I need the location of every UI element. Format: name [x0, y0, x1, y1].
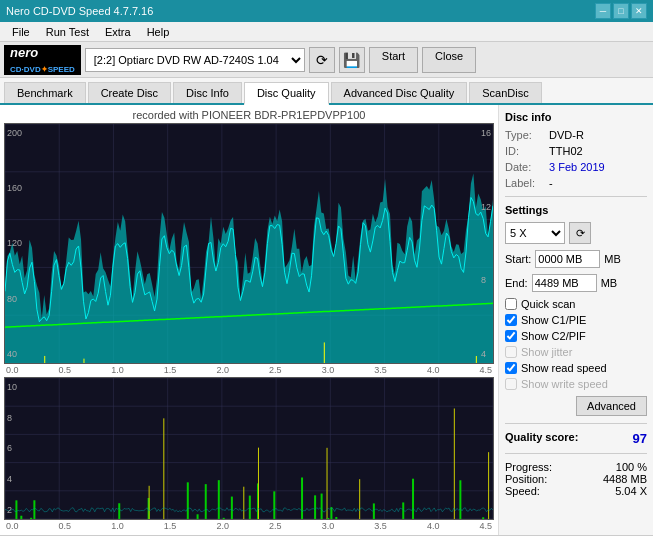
disc-info-title: Disc info: [505, 111, 647, 123]
titlebar-title: Nero CD-DVD Speed 4.7.7.16: [6, 5, 153, 17]
lower-chart-canvas: [5, 378, 493, 519]
show-jitter-label: Show jitter: [521, 346, 572, 358]
settings-title: Settings: [505, 204, 647, 216]
divider-1: [505, 196, 647, 197]
titlebar: Nero CD-DVD Speed 4.7.7.16 ─ □ ✕: [0, 0, 653, 22]
toolbar: nero CD·DVD✦SPEED [2:2] Optiarc DVD RW A…: [0, 42, 653, 78]
progress-value: 100 %: [616, 461, 647, 473]
disc-type-row: Type: DVD-R: [505, 129, 647, 141]
quick-scan-label: Quick scan: [521, 298, 575, 310]
progress-row: Progress: 100 %: [505, 461, 647, 473]
show-c1-checkbox[interactable]: [505, 314, 517, 326]
minimize-button[interactable]: ─: [595, 3, 611, 19]
tabs: Benchmark Create Disc Disc Info Disc Qua…: [0, 78, 653, 105]
advanced-button[interactable]: Advanced: [576, 396, 647, 416]
speed-value: 5.04 X: [615, 485, 647, 497]
show-jitter-row: Show jitter: [505, 346, 647, 358]
save-icon[interactable]: 💾: [339, 47, 365, 73]
speed-refresh-icon[interactable]: ⟳: [569, 222, 591, 244]
start-button[interactable]: Start: [369, 47, 418, 73]
position-label: Position:: [505, 473, 547, 485]
menubar: File Run Test Extra Help: [0, 22, 653, 42]
id-value: TTH02: [549, 145, 583, 157]
menu-extra[interactable]: Extra: [97, 24, 139, 40]
speed-label: Speed:: [505, 485, 540, 497]
menu-file[interactable]: File: [4, 24, 38, 40]
show-write-speed-checkbox[interactable]: [505, 378, 517, 390]
end-label: End:: [505, 277, 528, 289]
progress-section: Progress: 100 % Position: 4488 MB Speed:…: [505, 461, 647, 497]
upper-x-labels: 0.00.51.01.52.02.53.03.54.04.5: [4, 365, 494, 375]
tab-create-disc[interactable]: Create Disc: [88, 82, 171, 103]
refresh-icon[interactable]: ⟳: [309, 47, 335, 73]
date-value: 3 Feb 2019: [549, 161, 605, 173]
quality-score-row: Quality score: 97: [505, 431, 647, 446]
show-c1-label: Show C1/PIE: [521, 314, 586, 326]
type-label: Type:: [505, 129, 545, 141]
divider-3: [505, 453, 647, 454]
tab-benchmark[interactable]: Benchmark: [4, 82, 86, 103]
show-c2-row: Show C2/PIF: [505, 330, 647, 342]
menu-help[interactable]: Help: [139, 24, 178, 40]
right-panel: Disc info Type: DVD-R ID: TTH02 Date: 3 …: [498, 105, 653, 535]
quality-score-label: Quality score:: [505, 431, 578, 446]
show-c2-checkbox[interactable]: [505, 330, 517, 342]
upper-chart-canvas: [5, 124, 493, 363]
show-read-speed-label: Show read speed: [521, 362, 607, 374]
id-label: ID:: [505, 145, 545, 157]
quick-scan-checkbox[interactable]: [505, 298, 517, 310]
lower-x-labels: 0.00.51.01.52.02.53.03.54.04.5: [4, 521, 494, 531]
disc-id-row: ID: TTH02: [505, 145, 647, 157]
drive-selector[interactable]: [2:2] Optiarc DVD RW AD-7240S 1.04: [85, 48, 305, 72]
main-content: recorded with PIONEER BDR-PR1EPDVPP100 1…: [0, 105, 653, 535]
disc-date-row: Date: 3 Feb 2019: [505, 161, 647, 173]
show-read-speed-row: Show read speed: [505, 362, 647, 374]
speed-select[interactable]: 5 X: [505, 222, 565, 244]
upper-chart: 16 12 8 4 200 160 120 80 40: [4, 123, 494, 364]
show-c1-row: Show C1/PIE: [505, 314, 647, 326]
lower-chart: 10 8 6 4 2: [4, 377, 494, 520]
start-label: Start:: [505, 253, 531, 265]
position-value: 4488 MB: [603, 473, 647, 485]
label-label: Label:: [505, 177, 545, 189]
tab-disc-quality[interactable]: Disc Quality: [244, 82, 329, 105]
end-row: End: MB: [505, 274, 647, 292]
show-write-speed-row: Show write speed: [505, 378, 647, 390]
show-jitter-checkbox[interactable]: [505, 346, 517, 358]
menu-run-test[interactable]: Run Test: [38, 24, 97, 40]
start-mb: MB: [604, 253, 621, 265]
maximize-button[interactable]: □: [613, 3, 629, 19]
end-mb: MB: [601, 277, 618, 289]
quick-scan-row: Quick scan: [505, 298, 647, 310]
quality-score-value: 97: [633, 431, 647, 446]
position-row: Position: 4488 MB: [505, 473, 647, 485]
chart-title: recorded with PIONEER BDR-PR1EPDVPP100: [4, 109, 494, 121]
close-toolbar-button[interactable]: Close: [422, 47, 476, 73]
chart-area: recorded with PIONEER BDR-PR1EPDVPP100 1…: [0, 105, 498, 535]
tab-scan-disc[interactable]: ScanDisc: [469, 82, 541, 103]
show-c2-label: Show C2/PIF: [521, 330, 586, 342]
titlebar-buttons: ─ □ ✕: [595, 3, 647, 19]
type-value: DVD-R: [549, 129, 584, 141]
start-input[interactable]: [535, 250, 600, 268]
progress-label: Progress:: [505, 461, 552, 473]
tab-disc-info[interactable]: Disc Info: [173, 82, 242, 103]
speed-row: 5 X ⟳: [505, 222, 647, 244]
logo: nero CD·DVD✦SPEED: [4, 45, 81, 75]
tab-advanced-disc-quality[interactable]: Advanced Disc Quality: [331, 82, 468, 103]
speed-row-progress: Speed: 5.04 X: [505, 485, 647, 497]
show-write-speed-label: Show write speed: [521, 378, 608, 390]
disc-label-row: Label: -: [505, 177, 647, 189]
divider-2: [505, 423, 647, 424]
end-input[interactable]: [532, 274, 597, 292]
show-read-speed-checkbox[interactable]: [505, 362, 517, 374]
date-label: Date:: [505, 161, 545, 173]
close-button[interactable]: ✕: [631, 3, 647, 19]
label-value: -: [549, 177, 553, 189]
start-row: Start: MB: [505, 250, 647, 268]
